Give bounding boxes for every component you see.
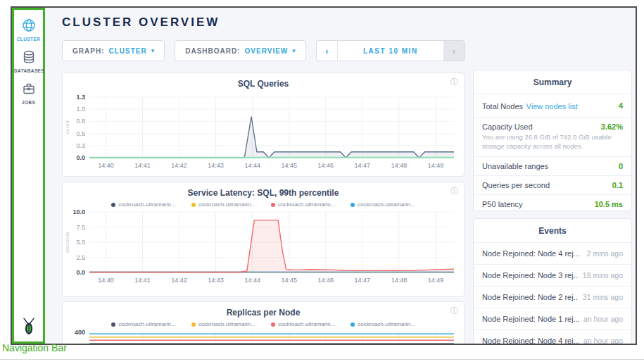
time-range-label[interactable]: LAST 10 MIN: [338, 41, 443, 61]
svg-text:14:47: 14:47: [355, 277, 371, 284]
globe-icon: [14, 18, 43, 35]
dashboard-dropdown[interactable]: DASHBOARD: OVERVIEW ▾: [175, 40, 306, 61]
svg-text:10.0: 10.0: [72, 208, 85, 215]
events-panel: Events Node Rejoined: Node 4 rej... 2 mi…: [473, 218, 632, 345]
svg-text:0.0: 0.0: [76, 154, 85, 161]
event-label: Node Rejoined: Node 4 rej...: [482, 337, 579, 345]
svg-text:14:41: 14:41: [134, 162, 151, 169]
legend-item[interactable]: cockroach-ultramarin...: [351, 321, 415, 327]
dashboard-dropdown-value: OVERVIEW: [245, 47, 289, 55]
svg-text:14:48: 14:48: [391, 277, 408, 284]
page-divider: [0, 359, 644, 360]
event-time: 18 mins ago: [583, 271, 623, 280]
app-window: CLUSTER DATABASES: [11, 6, 637, 345]
legend-item[interactable]: cockroach-ultramarin...: [351, 201, 415, 208]
chart-title: Replicas per Node: [63, 302, 464, 318]
time-range-next-button[interactable]: ›: [443, 41, 465, 61]
svg-text:14:49: 14:49: [428, 277, 444, 284]
chart-legend: cockroach-ultramarin...cockroach-ultrama…: [63, 321, 464, 327]
database-icon: [14, 50, 43, 67]
cockroachdb-logo[interactable]: [14, 317, 43, 338]
svg-text:14:46: 14:46: [318, 277, 334, 284]
sidebar-item-databases[interactable]: DATABASES: [14, 50, 43, 73]
event-row[interactable]: Node Rejoined: Node 2 rej... 31 mins ago: [474, 286, 631, 308]
summary-value: 0: [619, 162, 623, 170]
event-time: an hour ago: [583, 315, 623, 323]
legend-item[interactable]: cockroach-ultramarin...: [271, 201, 335, 208]
svg-text:count: count: [64, 120, 70, 134]
summary-label: Capacity Used: [482, 123, 533, 131]
dashboard-dropdown-label: DASHBOARD:: [185, 47, 240, 55]
event-row[interactable]: Node Rejoined: Node 4 rej... 2 mins ago: [474, 242, 631, 264]
summary-value: 4: [619, 101, 623, 110]
sidebar-item-label: CLUSTER: [14, 37, 43, 42]
event-label: Node Rejoined: Node 2 rej...: [482, 293, 579, 301]
time-range-selector: ‹ LAST 10 MIN ›: [316, 40, 465, 61]
svg-text:400: 400: [75, 329, 85, 336]
svg-text:14:43: 14:43: [208, 162, 224, 169]
svg-text:14:43: 14:43: [208, 277, 224, 284]
svg-text:14:44: 14:44: [244, 162, 260, 169]
chevron-down-icon: ▾: [151, 47, 155, 54]
legend-item[interactable]: cockroach-ultramarin...: [191, 201, 255, 208]
event-row[interactable]: Node Rejoined: Node 1 rej... an hour ago: [474, 308, 631, 330]
svg-text:14:42: 14:42: [171, 162, 187, 169]
svg-text:seconds: seconds: [64, 232, 70, 253]
chart-legend: cockroach-ultramarin...cockroach-ultrama…: [63, 201, 464, 208]
svg-text:5.0: 5.0: [76, 239, 85, 246]
replicas-per-node-panel: Replicas per Node ⓘ cockroach-ultramarin…: [62, 301, 465, 345]
legend-dot-icon: [271, 203, 275, 207]
service-latency-chart[interactable]: 14:4014:4114:4214:4314:4414:4514:4614:47…: [63, 208, 461, 291]
chart-title: SQL Queries: [63, 73, 464, 89]
legend-dot-icon: [271, 322, 275, 327]
time-range-prev-button[interactable]: ‹: [317, 41, 338, 61]
info-icon[interactable]: ⓘ: [450, 186, 458, 196]
summary-title: Summary: [474, 70, 631, 94]
chevron-down-icon: ▾: [292, 47, 296, 54]
svg-text:14:47: 14:47: [355, 162, 371, 169]
info-icon[interactable]: ⓘ: [450, 77, 458, 87]
summary-label: P50 latency: [482, 200, 522, 208]
page-title: CLUSTER OVERVIEW: [62, 15, 220, 30]
info-icon[interactable]: ⓘ: [450, 306, 458, 316]
summary-row-queries-per-second: Queries per second 0.1: [474, 175, 631, 194]
event-label: Node Rejoined: Node 4 rej...: [482, 249, 580, 258]
sql-queries-panel: SQL Queries ⓘ 14:4014:4114:4214:4314:441…: [62, 73, 465, 177]
svg-text:0.5: 0.5: [76, 130, 85, 137]
navigation-bar: CLUSTER DATABASES: [12, 8, 45, 344]
legend-item[interactable]: cockroach-ultramarin...: [271, 321, 335, 327]
event-row[interactable]: Node Rejoined: Node 3 rej... 18 mins ago: [474, 264, 631, 286]
sidebar-item-jobs[interactable]: JOBS: [14, 82, 43, 105]
replicas-per-node-chart[interactable]: 14:4014:4114:4214:4314:4414:4514:4614:47…: [63, 327, 461, 345]
summary-panel: Summary Total Nodes View nodes list 4 Ca…: [473, 70, 632, 211]
event-time: 31 mins ago: [583, 293, 623, 301]
summary-row-p50-latency: P50 latency 10.5 ms: [474, 194, 631, 211]
event-label: Node Rejoined: Node 3 rej...: [482, 271, 579, 280]
svg-text:14:49: 14:49: [428, 162, 444, 169]
event-label: Node Rejoined: Node 1 rej...: [482, 315, 579, 323]
legend-dot-icon: [191, 203, 196, 207]
svg-text:14:40: 14:40: [98, 277, 114, 284]
svg-text:14:46: 14:46: [318, 162, 334, 169]
sidebar-item-cluster[interactable]: CLUSTER: [14, 18, 43, 42]
svg-text:1.0: 1.0: [76, 106, 85, 113]
sidebar-item-label: DATABASES: [14, 68, 43, 73]
svg-text:14:45: 14:45: [281, 277, 297, 284]
legend-item[interactable]: cockroach-ultramarin...: [111, 201, 175, 208]
summary-row-capacity: Capacity Used 3.62% You are using 26.8 G…: [474, 117, 631, 156]
toolbar: GRAPH: CLUSTER ▾ DASHBOARD: OVERVIEW ▾ ‹…: [62, 40, 465, 61]
sql-queries-chart[interactable]: 14:4014:4114:4214:4314:4414:4514:4614:47…: [63, 89, 461, 175]
view-nodes-list-link[interactable]: View nodes list: [526, 102, 578, 111]
svg-text:7.5: 7.5: [76, 224, 85, 231]
summary-label: Queries per second: [482, 181, 550, 189]
svg-text:0.8: 0.8: [76, 118, 85, 125]
legend-dot-icon: [111, 203, 115, 207]
summary-value: 10.5 ms: [595, 200, 623, 208]
graph-dropdown-value: CLUSTER: [108, 47, 146, 55]
graph-dropdown[interactable]: GRAPH: CLUSTER ▾: [62, 40, 165, 61]
legend-item[interactable]: cockroach-ultramarin...: [191, 321, 255, 327]
event-row[interactable]: Node Rejoined: Node 4 rej... an hour ago: [474, 330, 631, 345]
legend-item[interactable]: cockroach-ultramarin...: [111, 321, 175, 327]
annotation-label: Navigation Bar: [2, 342, 67, 353]
events-title: Events: [474, 219, 631, 242]
